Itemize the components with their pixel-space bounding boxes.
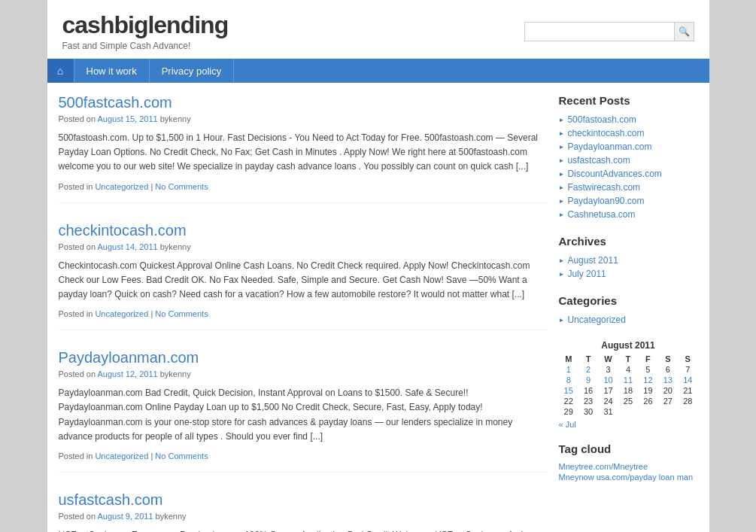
recent-post-item: 500fastoash.com xyxy=(559,113,698,126)
calendar-day-link[interactable]: 8 xyxy=(566,375,571,385)
calendar-day: 31 xyxy=(598,406,618,417)
recent-post-item: Cashnetusa.com xyxy=(559,208,698,221)
calendar-prev-link[interactable]: « Jul xyxy=(559,420,576,429)
calendar-body: 1234567891011121314151617181920212223242… xyxy=(559,364,698,417)
site-tagline: Fast and Simple Cash Advance! xyxy=(62,41,229,51)
calendar-day: 13 xyxy=(658,375,678,385)
nav-item-privacypolicy[interactable]: Privacy policy xyxy=(150,59,234,83)
calendar-day-link[interactable]: 10 xyxy=(603,375,612,385)
recent-post-link[interactable]: Paydayloan90.com xyxy=(567,196,644,206)
recent-post-link[interactable]: Cashnetusa.com xyxy=(567,209,635,220)
post-comments-link[interactable]: No Comments xyxy=(155,182,208,191)
sidebar-archives: Archives August 2011July 2011 xyxy=(559,235,698,281)
calendar-day xyxy=(638,406,657,417)
calendar-day xyxy=(618,406,638,417)
nav-home-button[interactable]: ⌂ xyxy=(47,59,74,83)
recent-post-link[interactable]: usfastcash.com xyxy=(567,155,630,166)
archives-title: Archives xyxy=(559,235,698,248)
post-item: 500fastcash.com Posted on August 15, 201… xyxy=(59,94,548,203)
calendar-day-header: T xyxy=(578,354,598,364)
sidebar: Recent Posts 500fastoash.comcheckintocas… xyxy=(559,94,698,532)
post-date-link[interactable]: August 15, 2011 xyxy=(98,114,158,123)
tag-link[interactable]: Mneytree.com/Mneytree xyxy=(559,462,648,471)
calendar-day-header: S xyxy=(658,354,678,364)
recent-post-link[interactable]: checkintocash.com xyxy=(567,128,644,138)
search-button[interactable]: 🔍 xyxy=(675,22,694,41)
calendar-day: 18 xyxy=(618,385,638,396)
calendar-day: 25 xyxy=(618,396,638,406)
calendar-day: 22 xyxy=(559,396,578,406)
calendar-day-link[interactable]: 2 xyxy=(586,365,591,374)
post-comments-link[interactable]: No Comments xyxy=(155,309,208,318)
post-category-link[interactable]: Uncategorized xyxy=(95,182,148,191)
calendar-day-link[interactable]: 11 xyxy=(624,375,633,385)
calendar-title: August 2011 xyxy=(559,340,698,351)
calendar-day: 26 xyxy=(638,396,657,406)
tag-link[interactable]: Mneynow usa.com/payday loan man xyxy=(559,473,694,482)
recent-post-link[interactable]: Paydayloanman.com xyxy=(567,141,651,152)
post-date-link[interactable]: August 9, 2011 xyxy=(98,512,153,521)
post-date-link[interactable]: August 14, 2011 xyxy=(98,242,158,251)
calendar-day-link[interactable]: 9 xyxy=(586,375,591,385)
nav-item-howitwork[interactable]: How it work xyxy=(74,59,150,83)
calendar-day: 7 xyxy=(678,364,697,375)
recent-post-link[interactable]: 500fastoash.com xyxy=(567,114,636,125)
calendar-day: 17 xyxy=(598,385,618,396)
calendar-day: 5 xyxy=(638,364,657,375)
calendar-day-header: S xyxy=(678,354,697,364)
calendar-day-link[interactable]: 13 xyxy=(663,375,673,385)
content-wrapper: 500fastcash.com Posted on August 15, 201… xyxy=(47,83,709,532)
archives-list: August 2011July 2011 xyxy=(559,254,698,281)
calendar-day: 10 xyxy=(598,375,618,385)
post-title-link[interactable]: checkintocash.com xyxy=(59,222,187,239)
post-title-link[interactable]: 500fastcash.com xyxy=(59,94,172,111)
search-input[interactable] xyxy=(524,22,675,41)
calendar-day-link[interactable]: 12 xyxy=(643,375,652,385)
calendar-day: 6 xyxy=(658,364,678,375)
category-item: Uncategorized xyxy=(559,313,698,327)
recent-post-item: checkintocash.com xyxy=(559,126,698,140)
archive-link[interactable]: July 2011 xyxy=(567,269,606,279)
recent-post-item: Paydayloan90.com xyxy=(559,194,698,208)
recent-post-link[interactable]: Fastwirecash.com xyxy=(567,182,640,193)
sidebar-tag-cloud: Tag cloud Mneytree.com/MneytreeMneynow u… xyxy=(559,442,698,482)
calendar-header: MTWTFSS xyxy=(559,354,698,364)
calendar-day: 28 xyxy=(678,396,697,406)
category-link[interactable]: Uncategorized xyxy=(567,315,625,325)
calendar-day-link[interactable]: 14 xyxy=(683,375,692,385)
post-category-link[interactable]: Uncategorized xyxy=(95,309,148,318)
post-category-link[interactable]: Uncategorized xyxy=(95,451,148,461)
calendar-day: 16 xyxy=(578,385,598,396)
post-title-link[interactable]: Paydayloanman.com xyxy=(59,349,199,366)
calendar-day: 27 xyxy=(658,396,678,406)
post-date-link[interactable]: August 12, 2011 xyxy=(98,369,158,378)
archive-item: July 2011 xyxy=(559,267,698,281)
recent-posts-title: Recent Posts xyxy=(559,94,698,107)
post-content: USFastCash.com Emergency Payday Loans . … xyxy=(59,528,548,532)
post-comments-link[interactable]: No Comments xyxy=(155,451,208,461)
post-meta: Posted on August 12, 2011 bykenny xyxy=(59,369,548,378)
post-content: Checkintocash.com Quickest Approval Onli… xyxy=(59,259,548,302)
calendar-table: MTWTFSS 12345678910111213141516171819202… xyxy=(559,354,698,417)
calendar-day: 14 xyxy=(678,375,697,385)
search-icon: 🔍 xyxy=(679,26,690,37)
calendar-day-link[interactable]: 15 xyxy=(564,386,573,395)
calendar-day: 15 xyxy=(559,385,578,396)
home-icon: ⌂ xyxy=(57,65,63,77)
post-item: Paydayloanman.com Posted on August 12, 2… xyxy=(59,349,548,473)
archive-link[interactable]: August 2011 xyxy=(567,255,618,266)
navigation: ⌂ How it work Privacy policy xyxy=(47,59,709,83)
calendar-day: 20 xyxy=(658,385,678,396)
calendar-day-header: W xyxy=(598,354,618,364)
post-meta: Posted on August 15, 2011 bykenny xyxy=(59,114,548,123)
calendar-day: 29 xyxy=(559,406,578,417)
outer-wrapper: cashbiglending Fast and Simple Cash Adva… xyxy=(47,0,709,532)
recent-post-item: Paydayloanman.com xyxy=(559,140,698,154)
calendar-day: 23 xyxy=(578,396,598,406)
sidebar-recent-posts: Recent Posts 500fastoash.comcheckintocas… xyxy=(559,94,698,221)
post-title-link[interactable]: usfastcash.com xyxy=(59,491,163,508)
post-title: 500fastcash.com xyxy=(59,94,548,111)
recent-post-link[interactable]: DiscountAdvances.com xyxy=(567,169,661,179)
calendar-day-link[interactable]: 1 xyxy=(566,365,571,374)
recent-post-item: usfastcash.com xyxy=(559,154,698,167)
